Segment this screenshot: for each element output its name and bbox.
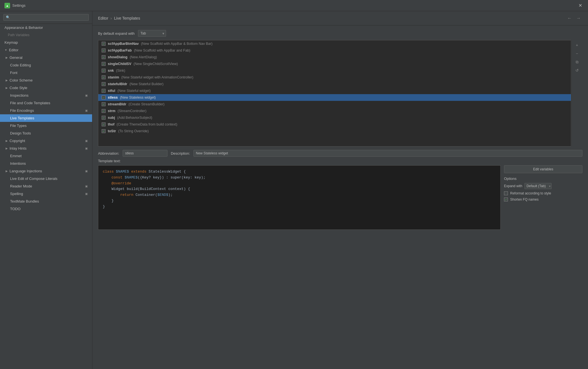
template-name: showDialog xyxy=(108,55,127,59)
template-checkbox[interactable] xyxy=(102,129,106,133)
template-name: stanim xyxy=(108,75,119,79)
template-desc: (New Stateful widget with AnimationContr… xyxy=(121,75,193,79)
list-item[interactable]: scfAppBarBtmNav (New Scaffold with AppBa… xyxy=(98,40,571,47)
window-title: Settings xyxy=(12,3,25,8)
template-checkbox[interactable] xyxy=(102,96,106,99)
reformat-checkbox[interactable] xyxy=(504,191,508,195)
sidebar-item-design-tools[interactable]: Design Tools xyxy=(0,129,92,137)
list-item[interactable]: showDialog (New AlertDialog) xyxy=(98,54,571,61)
list-item[interactable]: streamBldr (Create StreamBuilder) xyxy=(98,101,571,108)
close-button[interactable]: ✕ xyxy=(577,2,584,9)
sidebar-item-font[interactable]: Font xyxy=(0,69,92,76)
template-checkbox[interactable] xyxy=(102,48,106,52)
template-desc: (Add BehaviorSubject) xyxy=(117,116,152,120)
bottom-section: Abbreviation: Description: Template text… xyxy=(98,150,582,230)
template-checkbox[interactable] xyxy=(102,75,106,79)
sidebar-item-inspections[interactable]: Inspections ▣ xyxy=(0,92,92,99)
template-name: streamBldr xyxy=(108,102,126,106)
code-line-8: } xyxy=(103,204,496,210)
list-item[interactable]: statefulBldr (New Stateful Builder) xyxy=(98,81,571,87)
remove-template-button[interactable]: − xyxy=(573,50,581,57)
template-checkbox[interactable] xyxy=(102,116,106,120)
todo-label: TODO xyxy=(10,207,20,211)
list-item[interactable]: scfAppBarFab (New Scaffold with AppBar a… xyxy=(98,47,571,54)
color-scheme-label: Color Scheme xyxy=(10,78,32,82)
textmate-bundles-label: TextMate Bundles xyxy=(10,199,39,203)
sidebar-item-emmet[interactable]: Emmet xyxy=(0,152,92,160)
sidebar-item-appearance[interactable]: Appearance & Behavior xyxy=(0,24,92,31)
template-checkbox[interactable] xyxy=(102,102,106,106)
list-item[interactable]: thof (Create ThemeData from build contex… xyxy=(98,121,571,128)
sidebar-item-inlay-hints[interactable]: ▶ Inlay Hints ▣ xyxy=(0,145,92,152)
code-style-expand-icon: ▶ xyxy=(6,86,8,89)
templates-list[interactable]: scfAppBarBtmNav (New Scaffold with AppBa… xyxy=(98,40,571,147)
inlay-hints-label: Inlay Hints xyxy=(10,146,27,150)
sidebar-item-path-variables[interactable]: Path Variables xyxy=(0,31,92,39)
template-right-panel: Edit variables Options Expand with Defau… xyxy=(504,165,582,204)
sidebar-item-language-injections[interactable]: ▶ Language Injections ▣ xyxy=(0,167,92,175)
sidebar-item-editor[interactable]: ▼ Editor xyxy=(0,46,92,54)
list-item[interactable]: singleChildSV (New SingleChildScrollView… xyxy=(98,61,571,67)
sidebar-item-intentions[interactable]: Intentions xyxy=(0,160,92,167)
general-label: General xyxy=(10,55,22,60)
sidebar-item-todo[interactable]: TODO xyxy=(0,205,92,213)
inlay-hints-indicator: ▣ xyxy=(85,147,88,150)
sidebar-item-reader-mode[interactable]: Reader Mode ▣ xyxy=(0,182,92,190)
breadcrumb-current: Live Templates xyxy=(114,16,140,20)
list-item[interactable]: stanim (New Stateful widget with Animati… xyxy=(98,74,571,81)
search-input[interactable] xyxy=(3,14,89,21)
breadcrumb-parent: Editor xyxy=(98,16,108,20)
template-checkbox[interactable] xyxy=(102,82,106,86)
template-desc: (New Stateful Builder) xyxy=(129,82,164,86)
sidebar-item-live-templates[interactable]: Live Templates xyxy=(0,114,92,122)
sidebar-item-live-edit-compose[interactable]: Live Edit of Compose Literals xyxy=(0,175,92,182)
add-template-button[interactable]: + xyxy=(573,41,581,49)
spelling-indicator: ▣ xyxy=(85,192,88,195)
reset-template-button[interactable]: ↺ xyxy=(573,66,581,74)
abbreviation-input[interactable] xyxy=(123,150,167,157)
sidebar-item-code-editing[interactable]: Code Editing xyxy=(0,61,92,69)
sidebar-item-spelling[interactable]: Spelling ▣ xyxy=(0,190,92,198)
edit-variables-button[interactable]: Edit variables xyxy=(504,165,582,173)
template-checkbox[interactable] xyxy=(102,122,106,126)
back-arrow[interactable]: ← xyxy=(566,15,573,21)
template-name: strm xyxy=(108,109,115,113)
list-item[interactable]: strm (StreamController) xyxy=(98,108,571,114)
list-item[interactable]: toStr (To String Override) xyxy=(98,128,571,134)
list-item[interactable]: snk (Sink) xyxy=(98,67,571,74)
template-checkbox[interactable] xyxy=(102,89,106,93)
copyright-indicator: ▣ xyxy=(85,139,88,142)
sidebar-item-general[interactable]: ▶ General xyxy=(0,54,92,61)
template-code-editor[interactable]: class $NAME$ extends StatelessWidget { c… xyxy=(98,165,501,230)
sidebar-item-textmate-bundles[interactable]: TextMate Bundles xyxy=(0,198,92,205)
sidebar-item-color-scheme[interactable]: ▶ Color Scheme xyxy=(0,76,92,84)
sidebar-item-file-code-templates[interactable]: File and Code Templates xyxy=(0,99,92,107)
expand-with-select[interactable]: Default (Tab) Tab Enter Space xyxy=(524,183,552,189)
code-line-1: class $NAME$ extends StatelessWidget { xyxy=(103,169,496,175)
copyright-expand-icon: ▶ xyxy=(6,139,8,142)
shorten-fq-checkbox[interactable] xyxy=(504,198,508,201)
forward-arrow[interactable]: → xyxy=(575,15,582,21)
template-checkbox[interactable] xyxy=(102,55,106,59)
sidebar-item-file-types[interactable]: File Types xyxy=(0,122,92,129)
sidebar-item-keymap[interactable]: Keymap xyxy=(0,39,92,46)
sidebar-item-copyright[interactable]: ▶ Copyright ▣ xyxy=(0,137,92,145)
template-checkbox[interactable] xyxy=(102,109,106,113)
template-checkbox[interactable] xyxy=(102,69,106,73)
breadcrumb-separator: › xyxy=(111,16,112,20)
copy-template-button[interactable]: ⧉ xyxy=(573,58,581,66)
list-item[interactable]: stful (New Stateful widget) xyxy=(98,87,571,94)
list-item[interactable]: subj (Add BehaviorSubject) xyxy=(98,114,571,121)
sidebar-item-file-encodings[interactable]: File Encodings ▣ xyxy=(0,107,92,114)
description-input[interactable] xyxy=(193,150,582,157)
expand-select[interactable]: Tab Enter Space xyxy=(138,30,166,37)
options-title: Options xyxy=(504,177,582,181)
list-item[interactable]: stless (New Stateless widget) xyxy=(98,94,571,101)
sidebar-item-code-style[interactable]: ▶ Code Style xyxy=(0,84,92,92)
template-desc: (To String Override) xyxy=(118,129,149,133)
template-text-area-row: class $NAME$ extends StatelessWidget { c… xyxy=(98,165,582,230)
reformat-row: Reformat according to style xyxy=(504,191,582,195)
template-checkbox[interactable] xyxy=(102,62,106,66)
language-injections-label: Language Injections xyxy=(10,169,42,173)
template-checkbox[interactable] xyxy=(102,42,106,46)
